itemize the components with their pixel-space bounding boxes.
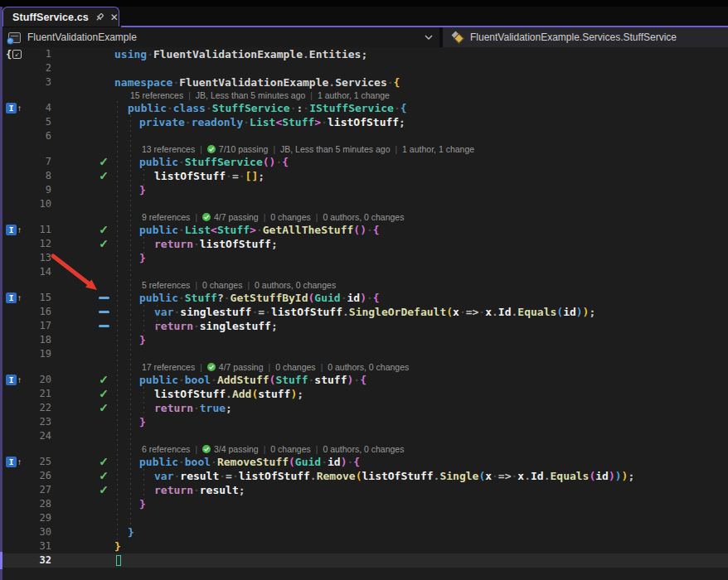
code-line-3: 3namespace·FluentValidationExample.Servi… — [2, 75, 728, 89]
code-text[interactable] — [113, 129, 728, 143]
test-passed-icon[interactable]: ✓ — [95, 373, 113, 387]
codelens-link[interactable]: 0 changes — [202, 280, 242, 291]
code-token: return — [154, 402, 193, 414]
code-text[interactable]: listOfStuff.Add(stuff); — [113, 387, 728, 401]
code-token: ? — [217, 292, 224, 304]
code-line-30: 30} — [2, 525, 728, 539]
codelens-link[interactable]: 0 authors, 0 changes — [328, 362, 409, 373]
code-text[interactable]: public·class·StuffService·:·IStuffServic… — [113, 101, 728, 115]
test-margin — [95, 333, 113, 347]
codelens-link[interactable]: 6 references — [142, 444, 190, 455]
code-text[interactable]: namespace·FluentValidationExample.Servic… — [113, 75, 728, 89]
close-icon[interactable]: ✕ — [110, 12, 119, 23]
code-text[interactable]: } — [113, 333, 728, 347]
codelens-link[interactable]: 0 authors, 0 changes — [323, 212, 404, 223]
code-text[interactable] — [113, 61, 728, 75]
indent-guide — [157, 305, 158, 331]
not-covered-icon[interactable] — [95, 319, 113, 333]
code-text[interactable]: public·StuffService()·{ — [113, 155, 728, 169]
code-text[interactable]: return·singlestuff; — [113, 319, 728, 333]
code-text[interactable]: public·Stuff?·GetStuffById(Guid·id)·{ — [113, 291, 728, 305]
codelens-link[interactable]: 9 references — [142, 212, 190, 223]
test-passed-icon[interactable]: ✓ — [95, 469, 113, 483]
codelens-link[interactable]: JB, Less than 5 minutes ago — [196, 90, 306, 101]
test-passed-icon[interactable]: ✓ — [95, 387, 113, 401]
code-text[interactable] — [113, 553, 728, 568]
code-text[interactable]: } — [113, 415, 728, 429]
code-text[interactable]: return·true; — [113, 401, 728, 415]
codelens-link[interactable]: 4/7 passing — [202, 212, 259, 223]
code-text[interactable]: using·FluentValidationExample.Entities; — [113, 47, 728, 61]
implements-interface-icon[interactable]: I↑ — [2, 291, 30, 305]
codelens-link[interactable]: 7/10 passing — [207, 144, 269, 155]
gutter-spacer — [51, 361, 95, 373]
codelens-link[interactable]: JB, Less than 5 minutes ago — [280, 144, 391, 155]
not-covered-icon[interactable] — [95, 305, 113, 319]
gutter-spacer — [51, 415, 95, 429]
code-token: · — [206, 102, 212, 114]
codelens-link[interactable]: 3/4 passing — [202, 444, 259, 455]
codelens-text[interactable]: 13 references|7/10 passing|JB, Less than… — [113, 143, 728, 155]
codelens-text[interactable]: 17 references|4/7 passing|0 changes|0 au… — [113, 361, 728, 373]
codelens-text[interactable]: 9 references|4/7 passing|0 changes|0 aut… — [113, 211, 728, 223]
codelens-link[interactable]: 0 changes — [270, 444, 310, 455]
codelens-link[interactable]: 0 changes — [275, 362, 315, 373]
implements-interface-icon[interactable]: I↑ — [2, 223, 30, 237]
codelens-text[interactable]: 5 references|0 changes|0 authors, 0 chan… — [113, 279, 728, 291]
codelens-link[interactable]: 5 references — [142, 280, 190, 291]
code-token: listOfStuff — [200, 238, 271, 250]
code-text[interactable]: } — [113, 251, 728, 265]
codelens-link[interactable]: 15 references — [130, 90, 183, 101]
code-token: StuffService — [185, 156, 263, 168]
type-breadcrumb[interactable]: FluentValidationExample.Services.StuffSe… — [443, 27, 728, 47]
implements-interface-icon[interactable]: I↑ — [2, 373, 30, 387]
codelens-link[interactable]: 1 author, 1 change — [318, 90, 390, 101]
test-passed-icon[interactable]: ✓ — [95, 483, 113, 497]
codelens-link[interactable]: 0 authors, 0 changes — [323, 444, 404, 455]
codelens-link[interactable]: 13 references — [142, 144, 195, 155]
code-text[interactable]: private·readonly·List<Stuff>·listOfStuff… — [113, 115, 728, 129]
implements-interface-icon[interactable]: I↑ — [2, 101, 30, 115]
code-token: } — [139, 334, 146, 346]
code-text[interactable]: } — [113, 497, 728, 511]
document-tab[interactable]: StuffService.cs ✕ — [2, 7, 119, 27]
code-text[interactable] — [113, 511, 728, 525]
glyph-margin — [2, 143, 30, 155]
test-passed-icon[interactable]: ✓ — [95, 169, 113, 183]
code-text[interactable]: var·result·=·listOfStuff.Remove(listOfSt… — [113, 469, 728, 483]
pin-icon[interactable] — [95, 12, 104, 23]
code-editor[interactable]: {↙1using·FluentValidationExample.Entitie… — [0, 47, 728, 580]
project-dropdown[interactable]: FluentValidationExample — [0, 27, 439, 47]
code-text[interactable]: public·bool·RemoveStuff(Guid·id)·{ — [113, 455, 728, 469]
codelens-link[interactable]: 17 references — [142, 362, 195, 373]
codelens-text[interactable]: 6 references|3/4 passing|0 changes|0 aut… — [113, 443, 728, 455]
test-passed-icon[interactable]: ✓ — [95, 155, 113, 169]
code-text[interactable]: return·listOfStuff; — [113, 237, 728, 251]
test-passed-icon[interactable]: ✓ — [95, 401, 113, 415]
code-text[interactable]: } — [113, 539, 728, 553]
code-token: using — [114, 48, 147, 60]
codelens-link[interactable]: 4/7 passing — [207, 362, 264, 373]
code-text[interactable]: public·bool·AddStuff(Stuff·stuff)·{ — [113, 373, 728, 387]
codelens-text[interactable]: 15 references|JB, Less than 5 minutes ag… — [113, 89, 728, 101]
implements-interface-icon[interactable]: I↑ — [2, 455, 30, 469]
code-text[interactable]: } — [113, 183, 728, 197]
code-text[interactable] — [113, 197, 728, 211]
using-block-glyph-icon[interactable]: {↙ — [2, 47, 30, 61]
code-text[interactable] — [113, 429, 728, 443]
codelens-link[interactable]: 0 changes — [270, 212, 310, 223]
codelens-link[interactable]: 1 author, 1 change — [402, 144, 474, 155]
code-text[interactable]: } — [113, 525, 728, 539]
code-text[interactable]: var·singlestuff·=·listOfStuff.SingleOrDe… — [113, 305, 728, 319]
code-text[interactable]: return·result; — [113, 483, 728, 497]
code-text[interactable]: public·List<Stuff>·GetAllTheStuff()·{ — [113, 223, 728, 237]
test-passed-icon[interactable]: ✓ — [95, 223, 113, 237]
not-covered-icon[interactable] — [95, 291, 113, 305]
test-passed-icon[interactable]: ✓ — [95, 455, 113, 469]
code-text[interactable] — [113, 347, 728, 361]
code-token: return — [154, 320, 193, 332]
codelens-link[interactable]: 0 authors, 0 changes — [255, 280, 336, 291]
code-text[interactable]: listOfStuff·=·[]; — [113, 169, 728, 183]
code-text[interactable] — [113, 265, 728, 279]
test-passed-icon[interactable]: ✓ — [95, 237, 113, 251]
